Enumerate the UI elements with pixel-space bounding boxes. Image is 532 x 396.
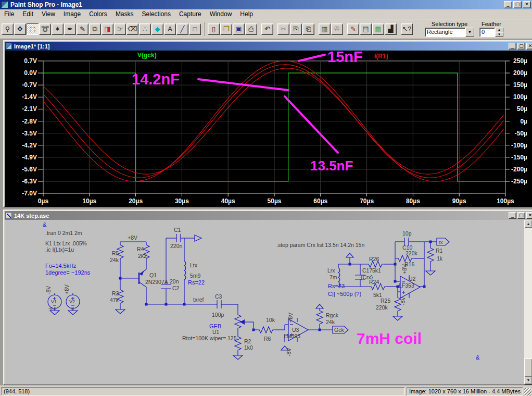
schematic-label: &	[476, 354, 480, 361]
schematic-label: R6	[264, 336, 271, 342]
x-tick: 30µs	[175, 197, 189, 205]
schematic-label: Lrx	[327, 267, 335, 274]
spin-down-button[interactable]: ▼	[495, 32, 503, 37]
menu-item-window[interactable]: Window	[206, 10, 236, 18]
schematic-label: 2N2907A	[145, 279, 168, 285]
toggle-control-palette-button[interactable]: ▤	[360, 23, 372, 35]
menu-item-file[interactable]: File	[0, 10, 18, 18]
selection-type-combo[interactable]: Rectangle ▼	[425, 28, 474, 37]
main-titlebar[interactable]: Paint Shop Pro - Image1 _▢✕	[0, 0, 532, 9]
line-tool[interactable]: ╱	[176, 23, 188, 35]
full-screen-preview-button[interactable]: ▥	[319, 23, 331, 35]
vertical-scrollbar[interactable]: ▲ ▼	[524, 220, 532, 385]
chevron-down-icon[interactable]: ▼	[465, 28, 474, 37]
image-window-titlebar[interactable]: Image1* [1:1] _▢✕	[5, 42, 532, 51]
schematic-label: V1	[51, 299, 57, 304]
menu-item-image[interactable]: Image	[59, 10, 85, 18]
image-window[interactable]: Image1* [1:1] _▢✕ 0.7V0.0V-0.7V-1.4V-2.1…	[3, 40, 532, 207]
paint-brush-tool[interactable]: ✎	[77, 23, 88, 35]
y-right-tick: -50µ	[515, 130, 527, 137]
scroll-down-button[interactable]: ▼	[524, 376, 532, 385]
schematic-label: Ltx	[190, 262, 198, 268]
x-tick: 0µs	[38, 197, 49, 205]
image-window-maximize-button[interactable]: ▢	[517, 43, 525, 49]
scrollbar-thumb[interactable]	[524, 358, 532, 377]
toggle-tool-palette-button[interactable]: ✎	[347, 23, 359, 35]
toggle-color-palette-button[interactable]: ▦	[372, 23, 384, 35]
annotation-label: 14.2nF	[132, 71, 180, 88]
schematic-window-close-button[interactable]: ✕	[526, 212, 532, 219]
context-help-button[interactable]: ↖?	[401, 23, 413, 35]
undo-button[interactable]: ↶	[261, 23, 273, 35]
flood-fill-tool[interactable]: ◆	[151, 23, 163, 35]
schematic-label: 1k0	[244, 344, 253, 351]
open-button[interactable]: ❐	[220, 23, 232, 35]
print-button[interactable]: ⎙	[245, 23, 257, 35]
cut-button[interactable]: ✂	[277, 23, 289, 35]
schematic-label: 100p	[212, 312, 224, 318]
schematic-label: -8V	[286, 348, 292, 356]
schematic-label: Q1	[149, 272, 157, 278]
schematic-label: +8V	[287, 313, 294, 323]
schematic-window[interactable]: 14K step.asc _▢✕ &.tran 0 2m1 2mK1 Ltx L…	[3, 209, 532, 385]
status-bar: (944, 518) Image: 1020 x 760 x 16 Millio…	[0, 386, 532, 396]
schematic-label: U1	[212, 329, 220, 335]
scrollbar-track[interactable]	[524, 228, 532, 376]
main-maximize-button[interactable]: ▢	[513, 1, 522, 8]
schematic-label: 10p	[402, 230, 412, 237]
image-window-minimize-button[interactable]: _	[509, 43, 516, 49]
y-right-tick: 200µ	[513, 69, 527, 77]
image-window-close-button[interactable]: ✕	[526, 43, 532, 49]
main-minimize-button[interactable]: _	[504, 1, 512, 8]
toggle-histogram-button[interactable]: ▟	[385, 23, 397, 35]
eraser-tool[interactable]: ⌫	[126, 23, 138, 35]
save-button[interactable]: ▣	[233, 23, 245, 35]
app-icon	[1, 1, 8, 8]
new-button[interactable]: ▯	[208, 23, 220, 35]
menu-item-edit[interactable]: Edit	[18, 10, 37, 18]
menu-item-colors[interactable]: Colors	[85, 10, 111, 18]
main-close-button[interactable]: ✕	[523, 1, 531, 8]
y-left-tick: -4.2V	[22, 142, 37, 149]
menu-item-selections[interactable]: Selections	[138, 10, 175, 18]
freehand-selection-tool[interactable]: ➰	[39, 23, 51, 35]
paste-button[interactable]: ⎗	[302, 23, 314, 35]
paint-shop-pro-app: { "window": {"title": "Paint Shop Pro - …	[0, 0, 532, 396]
dropper-tool[interactable]: ✒	[64, 23, 76, 35]
feather-value[interactable]: 0	[479, 28, 495, 37]
mover-tool[interactable]: ✥	[14, 23, 26, 35]
selection-type-value[interactable]: Rectangle	[425, 28, 465, 37]
menu-item-view[interactable]: View	[37, 10, 59, 18]
schematic-window-titlebar[interactable]: 14K step.asc _▢✕	[5, 211, 532, 220]
schematic-canvas[interactable]: &.tran 0 2m1 2mK1 Ltx Lrx .005%.ic I(Ltx…	[5, 220, 524, 385]
schematic-window-minimize-button[interactable]: _	[509, 212, 516, 219]
menu-item-capture[interactable]: Capture	[175, 10, 206, 18]
selection-tool[interactable]: ⬚	[27, 23, 39, 35]
menu-item-help[interactable]: Help	[236, 10, 257, 18]
schematic-label: 7mH coil	[357, 330, 422, 347]
copy-button[interactable]: ⎘	[290, 23, 302, 35]
schematic-body: &.tran 0 2m1 2mK1 Ltx Lrx .005%.ic I(Ltx…	[5, 220, 532, 385]
y-left-tick: -7.0V	[22, 190, 37, 197]
schematic-window-maximize-button[interactable]: ▢	[517, 212, 525, 219]
menu-item-masks[interactable]: Masks	[111, 10, 138, 18]
spin-up-button[interactable]: ▲	[495, 28, 503, 32]
schematic-label: Rs=23	[328, 283, 345, 289]
zoom-tool[interactable]: ⚲	[2, 23, 14, 35]
text-tool[interactable]: A	[164, 23, 176, 35]
schematic-label: &	[43, 221, 47, 228]
magic-wand-tool[interactable]: ✶	[52, 23, 64, 35]
plot-canvas[interactable]: 0.7V0.0V-0.7V-1.4V-2.1V-2.8V-3.5V-4.2V-4…	[5, 51, 532, 207]
feather-spinner[interactable]: 0 ▲ ▼	[479, 28, 503, 37]
color-replacer-tool[interactable]: ◨	[102, 23, 113, 35]
retouch-tool[interactable]: ☞	[114, 23, 126, 35]
y-left-tick: -5.6V	[22, 166, 37, 173]
clone-brush-tool[interactable]: ⧉	[89, 23, 101, 35]
schematic-label: C3	[215, 293, 222, 300]
schematic-label: 10k	[266, 317, 275, 323]
browse-button[interactable]: ✇	[331, 23, 343, 35]
scroll-up-button[interactable]: ▲	[524, 220, 532, 228]
airbrush-tool[interactable]: ∴	[139, 23, 151, 35]
shapes-tool[interactable]: □	[189, 23, 201, 35]
resize-grip[interactable]	[524, 388, 531, 395]
